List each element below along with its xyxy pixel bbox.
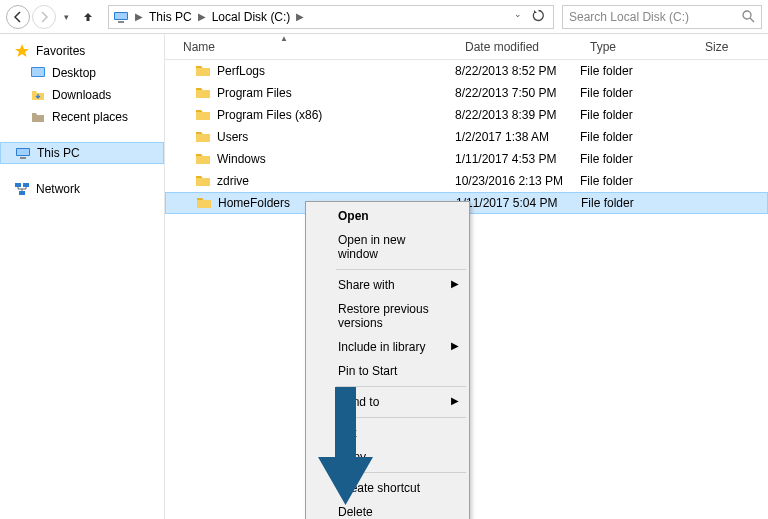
menu-separator bbox=[336, 417, 466, 418]
file-type: File folder bbox=[580, 86, 695, 100]
file-row[interactable]: Users1/2/2017 1:38 AMFile folder bbox=[165, 126, 768, 148]
file-date: 1/11/2017 4:53 PM bbox=[455, 152, 580, 166]
column-headers: Name Date modified Type Size bbox=[165, 34, 768, 60]
column-header-size[interactable]: Size bbox=[695, 40, 768, 54]
file-row[interactable]: Windows1/11/2017 4:53 PMFile folder bbox=[165, 148, 768, 170]
file-type: File folder bbox=[580, 64, 695, 78]
menu-separator bbox=[336, 269, 466, 270]
menu-item[interactable]: Restore previous versions bbox=[308, 297, 467, 335]
file-date: 8/22/2013 8:52 PM bbox=[455, 64, 580, 78]
svg-rect-9 bbox=[20, 157, 26, 159]
file-date: 1/11/2017 5:04 PM bbox=[456, 196, 581, 210]
menu-item[interactable]: Create shortcut bbox=[308, 476, 467, 500]
file-list: PerfLogs8/22/2013 8:52 PMFile folderProg… bbox=[165, 60, 768, 214]
breadcrumb-local-disk[interactable]: Local Disk (C:) bbox=[208, 10, 295, 24]
file-row[interactable]: zdrive10/23/2016 2:13 PMFile folder bbox=[165, 170, 768, 192]
sidebar-favorites[interactable]: Favorites bbox=[0, 40, 164, 62]
context-menu: OpenOpen in new windowShare with▶Restore… bbox=[305, 201, 470, 519]
file-type: File folder bbox=[580, 130, 695, 144]
folder-icon bbox=[195, 129, 211, 145]
chevron-right-icon[interactable]: ▶ bbox=[196, 11, 208, 22]
svg-rect-11 bbox=[23, 183, 29, 187]
file-date: 8/22/2013 8:39 PM bbox=[455, 108, 580, 122]
svg-rect-6 bbox=[32, 68, 44, 76]
file-name: Windows bbox=[217, 152, 266, 166]
breadcrumb: This PC ▶ Local Disk (C:) ▶ bbox=[145, 10, 306, 24]
menu-item[interactable]: Copy bbox=[308, 445, 467, 469]
file-name: zdrive bbox=[217, 174, 249, 188]
menu-separator bbox=[336, 386, 466, 387]
file-date: 10/23/2016 2:13 PM bbox=[455, 174, 580, 188]
search-input[interactable]: Search Local Disk (C:) bbox=[562, 5, 762, 29]
file-name: PerfLogs bbox=[217, 64, 265, 78]
back-button[interactable] bbox=[6, 5, 30, 29]
file-name: Users bbox=[217, 130, 248, 144]
menu-item[interactable]: Send to▶ bbox=[308, 390, 467, 414]
file-type: File folder bbox=[581, 196, 696, 210]
file-row[interactable]: PerfLogs8/22/2013 8:52 PMFile folder bbox=[165, 60, 768, 82]
svg-rect-2 bbox=[118, 21, 124, 23]
chevron-right-icon[interactable]: ▶ bbox=[294, 11, 306, 22]
column-header-type[interactable]: Type bbox=[580, 40, 695, 54]
toolbar: ▾ ▶ This PC ▶ Local Disk (C:) ▶ ⌄ Search… bbox=[0, 0, 768, 34]
file-date: 8/22/2013 7:50 PM bbox=[455, 86, 580, 100]
file-name: Program Files bbox=[217, 86, 292, 100]
svg-rect-12 bbox=[19, 191, 25, 195]
up-button[interactable] bbox=[76, 5, 100, 29]
breadcrumb-this-pc[interactable]: This PC bbox=[145, 10, 196, 24]
file-name: Program Files (x86) bbox=[217, 108, 322, 122]
folder-icon bbox=[195, 173, 211, 189]
address-dropdown-icon[interactable]: ⌄ bbox=[514, 9, 522, 25]
submenu-arrow-icon: ▶ bbox=[451, 395, 459, 406]
file-type: File folder bbox=[580, 108, 695, 122]
menu-item[interactable]: Open in new window bbox=[308, 228, 467, 266]
recent-icon bbox=[30, 109, 46, 125]
file-row[interactable]: Program Files (x86)8/22/2013 8:39 PMFile… bbox=[165, 104, 768, 126]
sidebar-item-desktop[interactable]: Desktop bbox=[0, 62, 164, 84]
forward-button[interactable] bbox=[32, 5, 56, 29]
sidebar-item-downloads[interactable]: Downloads bbox=[0, 84, 164, 106]
refresh-icon[interactable] bbox=[532, 9, 545, 25]
column-header-date[interactable]: Date modified bbox=[455, 40, 580, 54]
search-placeholder: Search Local Disk (C:) bbox=[569, 10, 689, 24]
submenu-arrow-icon: ▶ bbox=[451, 278, 459, 289]
menu-item[interactable]: Cut bbox=[308, 421, 467, 445]
folder-icon bbox=[195, 63, 211, 79]
svg-point-3 bbox=[743, 11, 751, 19]
svg-rect-10 bbox=[15, 183, 21, 187]
desktop-icon bbox=[30, 65, 46, 81]
menu-item[interactable]: Pin to Start bbox=[308, 359, 467, 383]
sidebar-this-pc[interactable]: This PC bbox=[0, 142, 164, 164]
recent-locations-dropdown[interactable]: ▾ bbox=[58, 5, 74, 29]
pc-icon bbox=[113, 9, 129, 25]
svg-rect-8 bbox=[17, 149, 29, 155]
sort-indicator-icon: ▲ bbox=[280, 34, 288, 43]
menu-item[interactable]: Open bbox=[308, 204, 467, 228]
folder-icon bbox=[196, 195, 212, 211]
column-header-name[interactable]: Name bbox=[165, 40, 455, 54]
sidebar-item-recent-places[interactable]: Recent places bbox=[0, 106, 164, 128]
file-name: HomeFolders bbox=[218, 196, 290, 210]
network-icon bbox=[14, 181, 30, 197]
folder-icon bbox=[195, 107, 211, 123]
search-icon bbox=[742, 10, 755, 23]
submenu-arrow-icon: ▶ bbox=[451, 340, 459, 351]
menu-item[interactable]: Include in library▶ bbox=[308, 335, 467, 359]
folder-icon bbox=[195, 85, 211, 101]
file-date: 1/2/2017 1:38 AM bbox=[455, 130, 580, 144]
folder-icon bbox=[195, 151, 211, 167]
address-bar[interactable]: ▶ This PC ▶ Local Disk (C:) ▶ ⌄ bbox=[108, 5, 554, 29]
chevron-right-icon[interactable]: ▶ bbox=[133, 11, 145, 22]
file-type: File folder bbox=[580, 174, 695, 188]
menu-item[interactable]: Share with▶ bbox=[308, 273, 467, 297]
pc-icon bbox=[15, 145, 31, 161]
menu-item[interactable]: Delete bbox=[308, 500, 467, 519]
svg-line-4 bbox=[750, 18, 754, 22]
file-row[interactable]: Program Files8/22/2013 7:50 PMFile folde… bbox=[165, 82, 768, 104]
sidebar-network[interactable]: Network bbox=[0, 178, 164, 200]
downloads-icon bbox=[30, 87, 46, 103]
file-type: File folder bbox=[580, 152, 695, 166]
navigation-pane: Favorites Desktop Downloads Recent place… bbox=[0, 34, 165, 519]
svg-rect-1 bbox=[115, 13, 127, 19]
star-icon bbox=[14, 43, 30, 59]
